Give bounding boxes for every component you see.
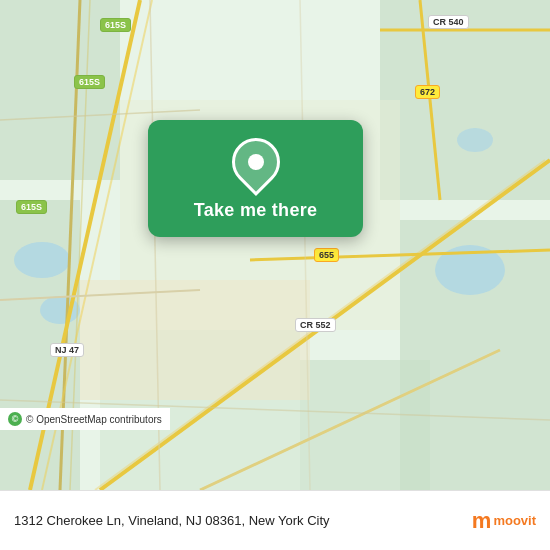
road-badge-cr552: CR 552 [295,318,336,332]
svg-rect-6 [300,360,430,490]
road-badge-nj47: NJ 47 [50,343,84,357]
svg-point-10 [14,242,70,278]
svg-rect-8 [80,280,310,400]
map-container: 615S 615S 615S 672 655 CR 552 NJ 47 CR 5… [0,0,550,490]
svg-point-12 [457,128,493,152]
attribution-bar: © © OpenStreetMap contributors [0,408,170,430]
moovit-m-letter: m [472,510,492,532]
road-badge-615s-2: 615S [74,75,105,89]
pin-inner [248,154,264,170]
road-badge-615s-1: 615S [100,18,131,32]
road-badge-cr540: CR 540 [428,15,469,29]
road-badge-655: 655 [314,248,339,262]
bottom-bar: 1312 Cherokee Ln, Vineland, NJ 08361, Ne… [0,490,550,550]
attribution-text: © OpenStreetMap contributors [26,414,162,425]
location-pin [222,128,290,196]
road-badge-672: 672 [415,85,440,99]
moovit-logo-top: m moovit [472,510,536,532]
take-me-there-button[interactable]: Take me there [194,200,318,221]
address-text: 1312 Cherokee Ln, Vineland, NJ 08361, Ne… [14,513,472,528]
moovit-logo: m moovit [472,510,536,532]
moovit-wordmark: moovit [493,514,536,527]
popup-card: Take me there [148,120,363,237]
osm-icon: © [8,412,22,426]
road-badge-615s-3: 615S [16,200,47,214]
